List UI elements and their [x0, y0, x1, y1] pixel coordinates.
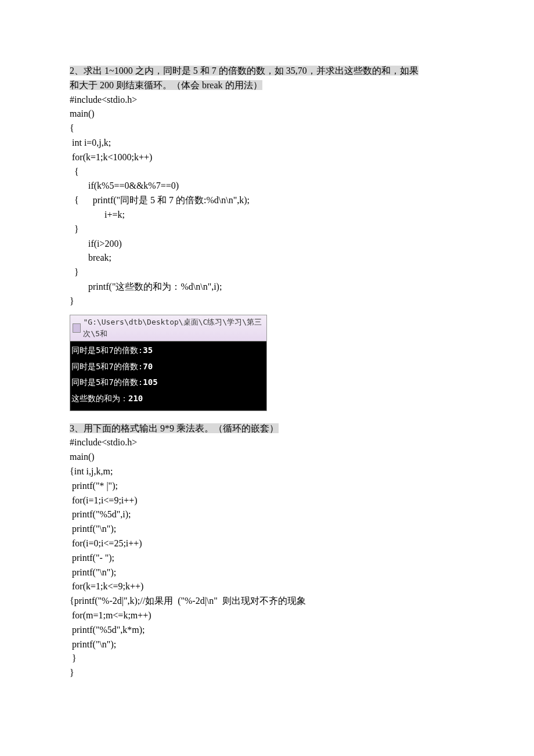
console-line: 同时是5和7的倍数:105	[71, 375, 265, 391]
code-line: if(i>200)	[70, 237, 464, 251]
code-line: printf("\n");	[70, 522, 464, 537]
problem3-code: #include<stdio.h> main() {int i,j,k,m; p…	[70, 435, 464, 681]
code-line: {int i,j,k,m;	[70, 465, 464, 479]
console-output: 同时是5和7的倍数:35 同时是5和7的倍数:70 同时是5和7的倍数:105 …	[70, 341, 266, 411]
problem3-title: 3、用下面的格式输出 9*9 乘法表。（循环的嵌套）	[70, 422, 464, 436]
code-line: }	[70, 666, 464, 681]
code-line: main()	[70, 450, 464, 465]
code-line: for(k=1;k<1000;k++)	[70, 150, 464, 165]
console-line: 同时是5和7的倍数:70	[71, 359, 265, 375]
code-line: for(i=0;i<=25;i++)	[70, 537, 464, 551]
code-line: break;	[70, 251, 464, 265]
console-line: 这些数的和为：210	[71, 391, 265, 407]
code-line: printf("\n");	[70, 566, 464, 580]
code-line: printf("* |");	[70, 479, 464, 494]
code-line: for(i=1;i<=9;i++)	[70, 494, 464, 508]
code-line: i+=k;	[70, 208, 464, 222]
code-line: {	[70, 121, 464, 136]
code-line: for(k=1;k<=9;k++)	[70, 579, 464, 594]
problem2-title-line1: 2、求出 1~1000 之内，同时是 5 和 7 的倍数的数，如 35,70，并…	[70, 66, 418, 75]
console-icon	[73, 323, 81, 333]
code-line: #include<stdio.h>	[70, 93, 464, 107]
code-line: printf("\n");	[70, 638, 464, 652]
code-line: }	[70, 294, 464, 309]
code-line: if(k%5==0&&k%7==0)	[70, 179, 464, 193]
code-line: }	[70, 222, 464, 237]
code-line: main()	[70, 107, 464, 121]
code-line: {	[70, 165, 464, 179]
console-title-text: "G:\Users\dtb\Desktop\桌面\C练习\学习\第三次\5和	[83, 316, 264, 340]
problem2-code: #include<stdio.h> main() { int i=0,j,k; …	[70, 93, 464, 309]
code-line: int i=0,j,k;	[70, 136, 464, 150]
code-line: #include<stdio.h>	[70, 435, 464, 450]
problem3-title-text: 3、用下面的格式输出 9*9 乘法表。（循环的嵌套）	[70, 423, 279, 433]
code-line: printf("- ");	[70, 551, 464, 566]
problem2-title: 2、求出 1~1000 之内，同时是 5 和 7 的倍数的数，如 35,70，并…	[70, 64, 464, 93]
document-page: 2、求出 1~1000 之内，同时是 5 和 7 的倍数的数，如 35,70，并…	[0, 0, 534, 756]
code-line: }	[70, 265, 464, 280]
code-line: {printf("%-2d|",k);//如果用 ("%-2d|\n" 则出现对…	[70, 594, 464, 609]
problem2-title-line2: 和大于 200 则结束循环。（体会 break 的用法）	[70, 80, 262, 90]
code-line: printf("%5d",k*m);	[70, 623, 464, 638]
console-titlebar: "G:\Users\dtb\Desktop\桌面\C练习\学习\第三次\5和	[70, 315, 266, 341]
code-line: for(m=1;m<=k;m++)	[70, 609, 464, 623]
code-line: printf("%5d",i);	[70, 507, 464, 522]
console-line: 同时是5和7的倍数:35	[71, 343, 265, 359]
code-line: printf("这些数的和为：%d\n\n",i);	[70, 280, 464, 294]
console-window: "G:\Users\dtb\Desktop\桌面\C练习\学习\第三次\5和 同…	[70, 315, 267, 411]
code-line: { printf("同时是 5 和 7 的倍数:%d\n\n",k);	[70, 193, 464, 208]
code-line: }	[70, 651, 464, 666]
